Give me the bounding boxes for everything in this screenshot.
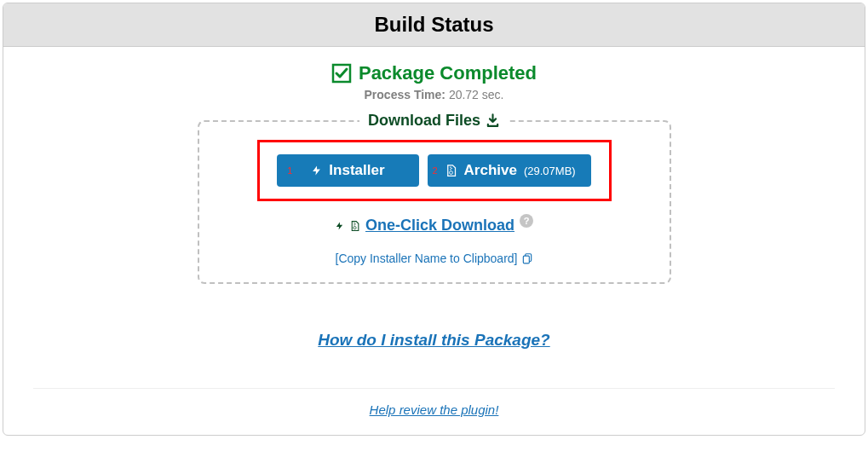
archive-button[interactable]: 2 Archive (29.07MB) — [428, 154, 591, 187]
download-icon — [486, 113, 500, 128]
archive-label: Archive — [464, 162, 517, 179]
process-time-label: Process Time: — [365, 88, 445, 101]
help-icon[interactable]: ? — [520, 214, 533, 228]
svg-rect-6 — [354, 223, 355, 224]
svg-point-4 — [449, 171, 452, 175]
svg-rect-1 — [450, 167, 451, 168]
badge-1: 1 — [287, 165, 292, 176]
file-archive-icon — [445, 163, 457, 178]
svg-rect-2 — [451, 168, 451, 169]
process-time: Process Time: 20.72 sec. — [20, 88, 848, 101]
install-help-link[interactable]: How do I install this Package? — [318, 331, 549, 349]
bolt-icon — [311, 163, 322, 178]
page-title: Build Status — [3, 13, 865, 37]
copy-installer-name-link[interactable]: [Copy Installer Name to Clipboard] — [336, 252, 518, 265]
process-time-value: 20.72 sec. — [449, 88, 504, 101]
download-files-box: Download Files 1 Installer — [198, 120, 671, 284]
file-archive-icon — [349, 219, 360, 233]
review-plugin-link[interactable]: Help review the plugin! — [370, 402, 499, 417]
copy-row: [Copy Installer Name to Clipboard] — [216, 252, 652, 265]
archive-size: (29.07MB) — [524, 165, 576, 177]
download-buttons-highlight: 1 Installer 2 — [257, 140, 612, 201]
download-title: Download Files — [368, 112, 480, 130]
bolt-icon — [335, 219, 344, 233]
clipboard-icon[interactable] — [521, 252, 533, 264]
svg-rect-3 — [450, 169, 451, 170]
panel-body: Package Completed Process Time: 20.72 se… — [3, 47, 865, 435]
svg-rect-7 — [354, 224, 354, 225]
check-square-icon — [331, 63, 352, 84]
status-text: Package Completed — [359, 62, 537, 84]
installer-button[interactable]: 1 Installer — [277, 154, 418, 187]
badge-2: 2 — [433, 165, 438, 176]
svg-rect-5 — [354, 223, 354, 223]
status-row: Package Completed — [20, 62, 848, 84]
panel-header: Build Status — [3, 3, 865, 47]
install-help: How do I install this Package? — [20, 331, 848, 350]
svg-rect-10 — [523, 256, 529, 263]
download-title-wrap: Download Files — [359, 112, 509, 130]
build-status-panel: Build Status Package Completed Process T… — [3, 3, 865, 436]
installer-label: Installer — [329, 162, 384, 179]
oneclick-row: One-Click Download ? — [216, 217, 652, 234]
divider — [33, 388, 835, 389]
svg-point-8 — [354, 226, 356, 228]
oneclick-download-link[interactable]: One-Click Download — [365, 217, 514, 234]
